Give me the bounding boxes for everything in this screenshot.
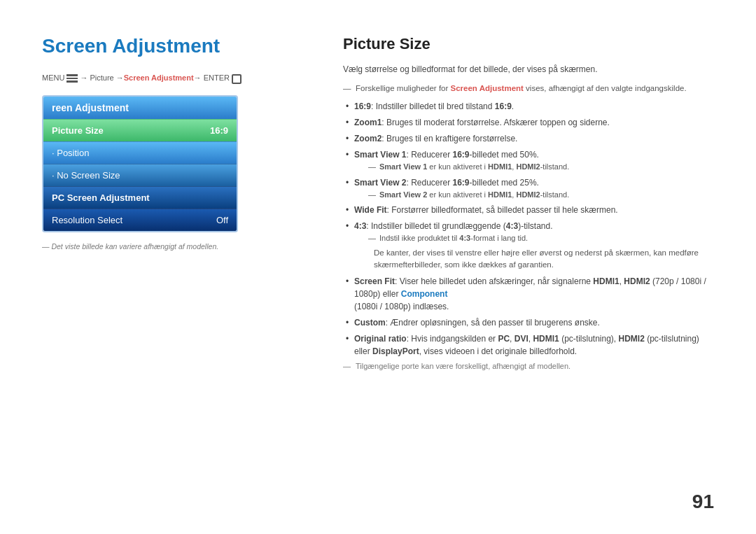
menu-path-enter: → ENTER xyxy=(194,73,230,82)
right-column: Picture Size Vælg størrelse og billedfor… xyxy=(343,35,714,506)
left-note: — Det viste billede kan variere afhængig… xyxy=(42,242,301,251)
sa-item-no-screen-size[interactable]: · No Screen Size xyxy=(43,164,237,186)
list-item: Screen Fit: Viser hele billedet uden afs… xyxy=(343,275,714,313)
sa-item-label: PC Screen Adjustment xyxy=(52,192,150,203)
sa-header-text: reen Adjustment xyxy=(52,102,129,113)
sa-header: reen Adjustment xyxy=(43,97,237,119)
menu-path: MENU → Picture → Screen Adjustment → ENT… xyxy=(42,73,301,83)
list-item: 4:3: Indstiller billedet til grundlæggen… xyxy=(343,220,714,271)
list-item: 16:9: Indstiller billedet til bred tilst… xyxy=(343,100,714,113)
sa-item-position[interactable]: · Position xyxy=(43,141,237,164)
enter-icon xyxy=(232,74,241,84)
sa-item-label: Picture Size xyxy=(52,125,104,136)
left-column: Screen Adjustment MENU → Picture → Scree… xyxy=(42,35,301,506)
right-title: Picture Size xyxy=(343,35,714,53)
sa-item-label: · Position xyxy=(52,148,89,158)
list-item: Smart View 1: Reducerer 16:9-billedet me… xyxy=(343,148,714,173)
list-item: Smart View 2: Reducerer 16:9-billedet me… xyxy=(343,176,714,201)
screen-adjustment-menu: reen Adjustment Picture Size 16:9 · Posi… xyxy=(42,95,238,232)
list-item: Wide Fit: Forstørrer billedformatet, så … xyxy=(343,204,714,216)
bottom-note: Tilgængelige porte kan være forskelligt,… xyxy=(343,362,714,370)
intro-text: Vælg størrelse og billedformat for det b… xyxy=(343,63,714,76)
page-number: 91 xyxy=(692,491,714,513)
list-item: Zoom2: Bruges til en kraftigere forstørr… xyxy=(343,132,714,145)
sa-item-label: Resolution Select xyxy=(52,215,122,225)
menu-path-text: MENU xyxy=(42,73,64,82)
menu-path-picture: → Picture → xyxy=(80,73,123,82)
sa-item-picture-size[interactable]: Picture Size 16:9 xyxy=(43,119,237,141)
page-title: Screen Adjustment xyxy=(42,35,301,57)
sub-note: Smart View 2 er kun aktiveret i HDMI1, H… xyxy=(354,189,714,201)
list-item: Zoom1: Bruges til moderat forstørrelse. … xyxy=(343,116,714,129)
sa-item-value: 16:9 xyxy=(210,125,228,136)
sa-item-value: Off xyxy=(216,215,228,225)
list-item: Custom: Ændrer opløsningen, så den passe… xyxy=(343,316,714,329)
sa-item-label: · No Screen Size xyxy=(52,170,120,181)
indent-block: De kanter, der vises til venstre eller h… xyxy=(354,247,714,272)
bullet-list-2: Screen Fit: Viser hele billedet uden afs… xyxy=(343,275,714,358)
menu-icon xyxy=(66,74,78,83)
sa-item-pc-screen-adjustment[interactable]: PC Screen Adjustment xyxy=(43,186,237,209)
list-item: Original ratio: Hvis indgangskilden er P… xyxy=(343,332,714,358)
note-adjustment: Forskellige muligheder for Screen Adjust… xyxy=(343,83,714,94)
bullet-list: 16:9: Indstiller billedet til bred tilst… xyxy=(343,100,714,271)
sa-item-resolution-select[interactable]: Resolution Select Off xyxy=(43,209,237,231)
menu-path-highlight: Screen Adjustment xyxy=(124,73,194,82)
sub-note: Indstil ikke produktet til 4:3-format i … xyxy=(354,232,714,244)
sub-note: Smart View 1 er kun aktiveret i HDMI1, H… xyxy=(354,161,714,173)
